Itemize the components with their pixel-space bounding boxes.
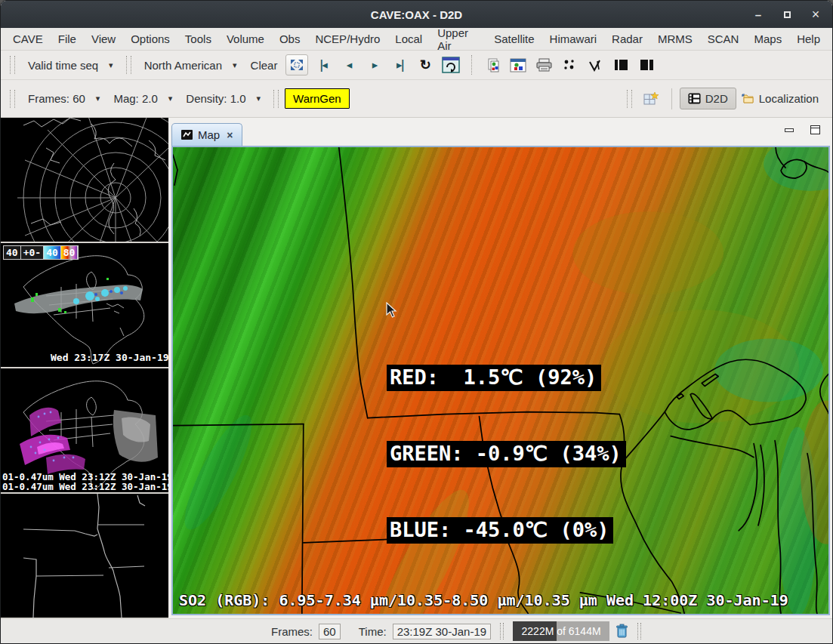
toolbar-separator xyxy=(671,88,672,109)
loop-properties-button[interactable] xyxy=(440,54,462,75)
thumbnail-local-map[interactable] xyxy=(1,494,168,618)
menu-file[interactable]: File xyxy=(51,30,84,48)
first-frame-button[interactable]: |◂ xyxy=(311,54,334,75)
menu-local[interactable]: Local xyxy=(387,30,430,48)
toolbar-drag-handle[interactable] xyxy=(273,90,279,108)
baselines-tool-button[interactable] xyxy=(584,54,606,75)
menu-ncep-hydro[interactable]: NCEP/Hydro xyxy=(307,30,387,48)
new-editor-icon xyxy=(643,91,659,106)
toolbar-drag-handle[interactable] xyxy=(126,56,131,74)
thumbnail-world-projection[interactable] xyxy=(1,118,168,242)
menu-radar[interactable]: Radar xyxy=(604,30,650,48)
toolbar-drag-handle[interactable] xyxy=(10,90,15,108)
maximize-view-icon[interactable] xyxy=(810,125,820,134)
capture-image-button[interactable] xyxy=(507,54,529,75)
export-image-button[interactable] xyxy=(481,54,504,75)
menu-view[interactable]: View xyxy=(84,30,123,48)
valid-time-seq-dropdown[interactable]: Valid time seq ▾ xyxy=(21,55,120,75)
toolbar-drag-handle[interactable] xyxy=(627,90,632,108)
north-america-map: Wed 23:17Z 30-Jan-19 xyxy=(1,243,168,367)
chevron-down-icon: ▾ xyxy=(168,94,173,103)
menu-cave[interactable]: CAVE xyxy=(5,30,51,48)
thumbnail-product-label: 01-0.47um Wed 23:12Z 30-Jan-19 xyxy=(2,481,168,492)
menu-options[interactable]: Options xyxy=(123,30,177,48)
statusbar: Frames: 60 Time: 23:19Z 30-Jan-19 2222M … xyxy=(1,618,832,643)
chevron-down-icon: ▾ xyxy=(257,94,261,103)
mag-dropdown[interactable]: Mag: 2.0 ▾ xyxy=(106,88,179,109)
menu-volume[interactable]: Volume xyxy=(219,30,272,48)
print-button[interactable] xyxy=(532,54,555,75)
frames-dropdown[interactable]: Frames: 60 ▾ xyxy=(21,88,106,109)
menu-tools[interactable]: Tools xyxy=(177,30,219,48)
next-frame-button[interactable]: ▸ xyxy=(363,54,385,75)
zoom-extents-button[interactable] xyxy=(285,54,308,75)
localization-perspective-button[interactable]: Localization xyxy=(736,88,823,109)
clear-button[interactable]: Clear xyxy=(244,55,285,75)
map-canvas[interactable]: RED: 1.5℃ (92%) GREEN: -0.9℃ (34%) BLUE:… xyxy=(171,146,830,615)
close-window-icon[interactable]: × xyxy=(810,8,822,20)
readout-green: GREEN: -0.9℃ (34%) xyxy=(387,441,626,467)
maximize-window-icon[interactable] xyxy=(781,8,793,20)
menu-scan[interactable]: SCAN xyxy=(700,30,747,48)
mouse-cursor xyxy=(386,302,398,319)
next-frame-icon: ▸ xyxy=(372,58,377,72)
thumbnail-satellite-composite[interactable]: 40 +0- 40 80 xyxy=(1,243,168,367)
new-editor-button[interactable] xyxy=(640,88,662,109)
minimize-view-icon[interactable] xyxy=(785,128,794,132)
trash-icon xyxy=(615,624,628,639)
secondary-toolbar: Frames: 60 ▾ Mag: 2.0 ▾ Density: 1.0 ▾ W… xyxy=(1,80,832,118)
menu-help[interactable]: Help xyxy=(789,30,828,48)
toolbar-drag-handle[interactable] xyxy=(10,56,15,74)
frames-label: Frames: xyxy=(271,625,313,638)
menu-himawari[interactable]: Himawari xyxy=(542,30,605,48)
thumbnail-colorbar: 40 +0- 40 80 xyxy=(3,245,79,260)
expand-arrows-icon xyxy=(289,58,304,72)
two-panel-layout-button[interactable] xyxy=(609,54,632,75)
main-toolbar: Valid time seq ▾ North American ▾ Clear … xyxy=(1,51,832,80)
editor-tabbar: Map × xyxy=(168,118,832,146)
previous-frame-icon: ◂ xyxy=(347,58,351,72)
last-frame-icon: ▸| xyxy=(396,58,403,72)
chevron-down-icon: ▾ xyxy=(109,60,113,70)
checkmark-slash-icon xyxy=(588,59,602,72)
time-value[interactable]: 23:19Z 30-Jan-19 xyxy=(393,624,491,639)
four-panel-layout-button[interactable] xyxy=(635,54,658,75)
view-thumbnails-sidebar: 40 +0- 40 80 xyxy=(1,118,168,618)
menu-mrms[interactable]: MRMS xyxy=(650,30,700,48)
d2d-perspective-button[interactable]: D2D xyxy=(680,88,736,109)
map-editor: Map × xyxy=(168,118,832,618)
first-frame-icon: |◂ xyxy=(319,58,326,72)
density-dropdown[interactable]: Density: 1.0 ▾ xyxy=(179,88,267,109)
close-tab-icon[interactable]: × xyxy=(227,129,233,141)
visible-satellite-map: 01-0.47um Wed 23:12Z 30-Jan-19 01-0.47um… xyxy=(1,368,168,492)
heap-memory-indicator[interactable]: 2222M of 6144M xyxy=(513,621,609,641)
loop-button[interactable]: ↻ xyxy=(414,54,437,75)
map-tab-icon xyxy=(181,130,193,140)
menu-maps[interactable]: Maps xyxy=(746,30,789,48)
last-frame-button[interactable]: ▸| xyxy=(388,54,411,75)
thumbnail-visible-satellite[interactable]: 01-0.47um Wed 23:12Z 30-Jan-19 01-0.47um… xyxy=(1,368,168,492)
loop-properties-icon xyxy=(442,57,460,73)
garbage-collect-button[interactable] xyxy=(615,624,628,639)
menu-satellite[interactable]: Satellite xyxy=(486,30,541,48)
minimize-window-icon[interactable]: – xyxy=(752,8,764,20)
cave-d2d-window: CAVE:OAX - D2D – × CAVE File View Option… xyxy=(0,0,833,644)
warngen-button[interactable]: WarnGen xyxy=(285,88,350,109)
readout-blue: BLUE: -45.0℃ (0%) xyxy=(387,517,613,544)
thumbnail-timestamp: Wed 23:17Z 30-Jan-19 xyxy=(51,352,168,363)
statusbar-separator xyxy=(637,623,641,639)
panel-layout-left-icon xyxy=(614,59,628,71)
frames-value[interactable]: 60 xyxy=(319,624,341,639)
previous-frame-button[interactable]: ◂ xyxy=(337,54,359,75)
points-tool-button[interactable] xyxy=(558,54,581,75)
menu-upper-air[interactable]: Upper Air xyxy=(430,24,486,54)
projection-dropdown[interactable]: North American ▾ xyxy=(137,55,244,75)
chevron-down-icon: ▾ xyxy=(96,94,100,103)
menu-obs[interactable]: Obs xyxy=(272,30,308,48)
toolbar-separator xyxy=(471,55,472,75)
film-strip-icon xyxy=(688,93,701,104)
heap-memory-text: 2222M of 6144M xyxy=(513,621,609,641)
menubar: CAVE File View Options Tools Volume Obs … xyxy=(1,28,832,51)
tab-map[interactable]: Map × xyxy=(171,123,242,146)
titlebar[interactable]: CAVE:OAX - D2D – × xyxy=(1,1,832,28)
